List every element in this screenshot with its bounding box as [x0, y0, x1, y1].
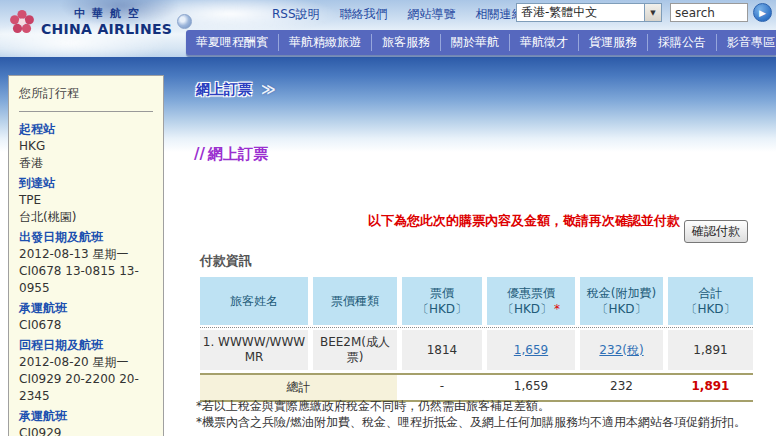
main-navigation: 華夏哩程酬賓 華航精緻旅遊 旅客服務 關於華航 華航徵才 貨運服務 採購公告 影… — [186, 30, 776, 55]
header-total: 合計 〔HKD〕 — [668, 277, 753, 325]
breadcrumb[interactable]: 網上訂票≫ — [196, 81, 276, 99]
breadcrumb-arrow-icon: ≫ — [261, 81, 276, 97]
sidebar-label-origin: 起程站 — [19, 121, 153, 138]
cell-tax-link: 232(稅) — [580, 330, 663, 370]
link-contact-us[interactable]: 聯絡我們 — [340, 6, 388, 23]
confirm-payment-button[interactable]: 確認付款 — [684, 220, 748, 243]
total-tax: 232 — [580, 375, 663, 400]
footnotes: *若以上稅金與實際應繳政府稅金不同時，仍然需由旅客補足差額。 *機票內含之兵險/… — [196, 398, 746, 430]
header-fare-type: 票價種類 — [313, 277, 397, 325]
sidebar-value-return-date: 2012-08-20 星期一 — [19, 354, 153, 371]
plum-blossom-icon — [8, 8, 36, 36]
sidebar-title: 您所訂行程 — [19, 85, 153, 102]
payment-info-title: 付款資訊 — [200, 252, 252, 270]
total-label: 總計 — [200, 375, 397, 400]
table-row: 1. WWWW/WWW MR BEE2M(成人票) 1814 1,659 232… — [200, 330, 753, 370]
language-selected-value: 香港-繁體中文 — [517, 4, 644, 21]
sidebar-value-destination-code: TPE — [19, 192, 153, 209]
payment-confirmation-notice: 以下為您此次的購票內容及金額，敬請再次確認並付款 — [200, 212, 680, 230]
cell-fare-type: BEE2M(成人票) — [313, 330, 397, 370]
header-fare: 票價 〔HKD〕 — [402, 277, 482, 325]
logo-english-name: CHINA AIRLINES — [41, 21, 172, 37]
grand-total: 1,891 — [668, 375, 753, 400]
sidebar-divider — [19, 111, 153, 112]
sidebar-value-operating-flight-return: CI0929 — [19, 425, 153, 436]
sidebar-label-destination: 到達站 — [19, 175, 153, 192]
chevron-down-icon[interactable]: ▼ — [644, 4, 661, 21]
nav-item-about[interactable]: 關於華航 — [440, 34, 509, 51]
link-sitemap[interactable]: 網站導覽 — [408, 6, 456, 23]
nav-item-media[interactable]: 影音專區 — [716, 34, 776, 51]
sidebar-label-return: 回程日期及航班 — [19, 337, 153, 354]
dotted-divider — [200, 327, 753, 328]
sidebar-value-departure-date: 2012-08-13 星期一 — [19, 246, 153, 263]
search-input[interactable] — [670, 3, 748, 22]
footnote-tax-difference: *若以上稅金與實際應繳政府稅金不同時，仍然需由旅客補足差額。 — [196, 398, 746, 414]
sidebar-value-origin-city: 香港 — [19, 155, 153, 172]
table-header-row: 旅客姓名 票價種類 票價 〔HKD〕 優惠票價 〔HKD〕 * 稅金(附加費) … — [200, 277, 753, 325]
itinerary-sidebar: 您所訂行程 起程站 HKG 香港 到達站 TPE 台北(桃園) 出發日期及航班 … — [8, 75, 164, 436]
logo-chinese-name: 中華航空 — [67, 6, 146, 21]
footnote-no-discount: *機票內含之兵險/燃油附加費、稅金、哩程折抵金、及網上任何加購服務均不適用本網站… — [196, 414, 746, 430]
nav-item-travel-packages[interactable]: 華航精緻旅遊 — [278, 34, 371, 51]
language-select[interactable]: 香港-繁體中文 ▼ — [516, 3, 662, 22]
china-airlines-logo[interactable]: 中華航空 CHINA AIRLINES — [8, 6, 192, 37]
sidebar-value-destination-city: 台北(桃園) — [19, 209, 153, 226]
sidebar-value-return-flight: CI0929 20-2200 20-2345 — [19, 371, 153, 405]
cell-passenger-name: 1. WWWW/WWW MR — [200, 330, 308, 370]
breadcrumb-label: 網上訂票 — [196, 81, 252, 97]
cell-row-total: 1,891 — [668, 330, 753, 370]
nav-item-passenger-service[interactable]: 旅客服務 — [371, 34, 440, 51]
header-discount-fare: 優惠票價 〔HKD〕 * — [487, 277, 575, 325]
page-title-text: 網上訂票 — [208, 145, 268, 163]
cell-discount-fare-link: 1,659 — [487, 330, 575, 370]
sidebar-label-operating-flight: 承運航班 — [19, 300, 153, 317]
logo-text: 中華航空 CHINA AIRLINES — [41, 6, 172, 37]
sidebar-value-departure-flight: CI0678 13-0815 13-0955 — [19, 263, 153, 297]
discount-fare-link[interactable]: 1,659 — [514, 343, 548, 358]
page: 中華航空 CHINA AIRLINES RSS說明 聯絡我們 網站導覽 相關連結… — [0, 0, 776, 436]
nav-item-cargo[interactable]: 貨運服務 — [578, 34, 647, 51]
sidebar-label-departure: 出發日期及航班 — [19, 229, 153, 246]
globe-swirl-icon — [177, 14, 192, 29]
tax-detail-link[interactable]: 232(稅) — [599, 343, 643, 358]
header-tax-surcharge: 稅金(附加費) 〔HKD〕 — [580, 277, 663, 325]
payment-table: 旅客姓名 票價種類 票價 〔HKD〕 優惠票價 〔HKD〕 * 稅金(附加費) … — [200, 277, 753, 402]
cell-fare: 1814 — [402, 330, 482, 370]
total-fare: - — [402, 375, 482, 400]
search-go-button[interactable]: ▶ — [753, 3, 772, 22]
arrow-right-icon: ▶ — [759, 8, 766, 18]
sidebar-label-operating-flight-return: 承運航班 — [19, 408, 153, 425]
nav-item-procurement[interactable]: 採購公告 — [647, 34, 716, 51]
page-title: //網上訂票 — [194, 145, 268, 164]
nav-item-mileage-program[interactable]: 華夏哩程酬賓 — [186, 34, 278, 51]
nav-item-careers[interactable]: 華航徵才 — [509, 34, 578, 51]
topbar-links: RSS說明 聯絡我們 網站導覽 相關連結 — [272, 6, 524, 23]
title-slashes: // — [194, 145, 205, 163]
sidebar-value-operating-flight: CI0678 — [19, 317, 153, 334]
total-discount-fare: 1,659 — [487, 375, 575, 400]
header-passenger-name: 旅客姓名 — [200, 277, 308, 325]
required-asterisk: * — [554, 301, 560, 317]
sidebar-value-origin-code: HKG — [19, 138, 153, 155]
link-rss-info[interactable]: RSS說明 — [272, 6, 320, 23]
